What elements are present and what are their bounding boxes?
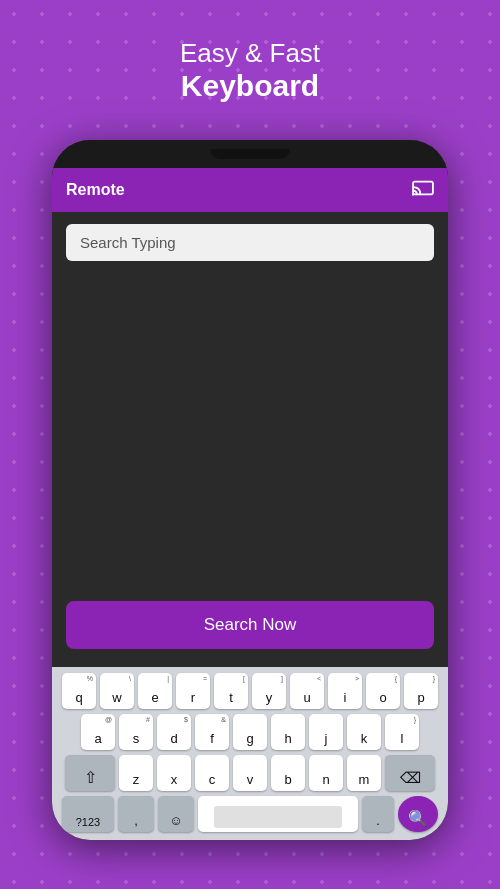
key-period[interactable]: .: [362, 796, 394, 832]
search-key[interactable]: 🔍: [398, 796, 438, 832]
phone-shell: Remote Search Typing Search Now %q: [52, 140, 448, 840]
emoji-key[interactable]: ☺: [158, 796, 194, 832]
key-o[interactable]: {o: [366, 673, 400, 709]
search-input-wrap[interactable]: Search Typing: [66, 224, 434, 261]
key-p[interactable]: }p: [404, 673, 438, 709]
key-q[interactable]: %q: [62, 673, 96, 709]
key-v[interactable]: v: [233, 755, 267, 791]
key-k[interactable]: k: [347, 714, 381, 750]
backspace-key[interactable]: ⌫: [385, 755, 435, 791]
space-key[interactable]: [198, 796, 358, 832]
shift-key[interactable]: ⇧: [65, 755, 115, 791]
header-area: Easy & Fast Keyboard: [0, 38, 500, 103]
key-e[interactable]: |e: [138, 673, 172, 709]
phone-screen: Search Typing Search Now: [52, 212, 448, 667]
key-z[interactable]: z: [119, 755, 153, 791]
key-comma[interactable]: ,: [118, 796, 154, 832]
key-g[interactable]: g: [233, 714, 267, 750]
keyboard: %q \w |e =r [t ]y <u >i {o }p @a #s $d &…: [52, 667, 448, 840]
key-123[interactable]: ?123: [62, 796, 114, 832]
key-l[interactable]: }l: [385, 714, 419, 750]
key-a[interactable]: @a: [81, 714, 115, 750]
keyboard-row-3: ⇧ z x c v b n m ⌫: [54, 755, 446, 791]
keyboard-row-2: @a #s $d &f g h j k }l: [54, 714, 446, 750]
key-r[interactable]: =r: [176, 673, 210, 709]
key-s[interactable]: #s: [119, 714, 153, 750]
keyboard-row-4: ?123 , ☺ . 🔍: [54, 796, 446, 832]
key-t[interactable]: [t: [214, 673, 248, 709]
phone-inner: Remote Search Typing Search Now %q: [52, 168, 448, 840]
screen-spacer: [66, 261, 434, 593]
key-w[interactable]: \w: [100, 673, 134, 709]
header-line1: Easy & Fast: [0, 38, 500, 69]
key-n[interactable]: n: [309, 755, 343, 791]
keyboard-row-1: %q \w |e =r [t ]y <u >i {o }p: [54, 673, 446, 709]
header-line2: Keyboard: [0, 69, 500, 103]
app-title: Remote: [66, 181, 125, 199]
key-j[interactable]: j: [309, 714, 343, 750]
search-input[interactable]: Search Typing: [80, 234, 176, 251]
app-bar: Remote: [52, 168, 448, 212]
key-f[interactable]: &f: [195, 714, 229, 750]
key-u[interactable]: <u: [290, 673, 324, 709]
key-i[interactable]: >i: [328, 673, 362, 709]
key-d[interactable]: $d: [157, 714, 191, 750]
key-b[interactable]: b: [271, 755, 305, 791]
cast-icon[interactable]: [412, 179, 434, 202]
search-now-button[interactable]: Search Now: [66, 601, 434, 649]
phone-notch: [210, 149, 290, 159]
key-c[interactable]: c: [195, 755, 229, 791]
phone-top: [52, 140, 448, 168]
key-m[interactable]: m: [347, 755, 381, 791]
key-y[interactable]: ]y: [252, 673, 286, 709]
key-x[interactable]: x: [157, 755, 191, 791]
key-h[interactable]: h: [271, 714, 305, 750]
